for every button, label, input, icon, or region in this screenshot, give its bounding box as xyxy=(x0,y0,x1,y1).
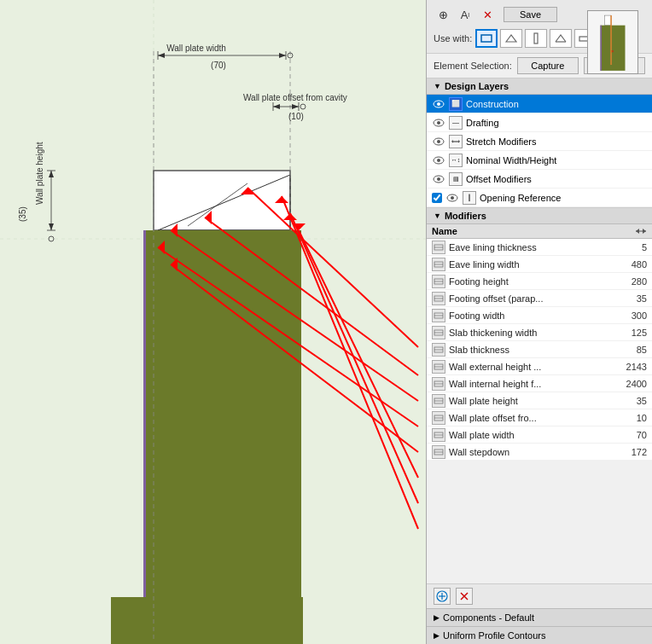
toolbar: ⊕ AI ✕ Save × xyxy=(427,0,652,54)
modifiers-column-headers: Name xyxy=(427,224,652,239)
svg-rect-54 xyxy=(601,26,602,71)
modifier-label-5: Slab thickening width xyxy=(449,328,608,338)
svg-marker-58 xyxy=(506,35,516,42)
modifier-value-0: 5 xyxy=(608,242,647,252)
components-default-label: Components - Default xyxy=(443,612,534,623)
use-with-column-icon[interactable] xyxy=(525,29,547,48)
layer-stretch[interactable]: ⟺ Stretch Modifiers xyxy=(427,132,652,151)
modifier-icon-7 xyxy=(432,360,445,374)
modifier-wall-plate-height[interactable]: Wall plate height 35 xyxy=(427,392,652,409)
layer-name-offset: Offset Modifiers xyxy=(466,174,647,184)
drafting-type-icon: — xyxy=(449,116,463,130)
modifier-value-6: 85 xyxy=(608,345,647,355)
modifier-footing-width[interactable]: Footing width 300 xyxy=(427,307,652,324)
modifier-label-4: Footing width xyxy=(449,310,608,321)
save-button[interactable]: Save xyxy=(504,7,557,22)
use-with-roof-icon[interactable] xyxy=(550,29,572,48)
modifier-value-2: 280 xyxy=(608,276,647,287)
svg-text:(70): (70) xyxy=(211,61,226,70)
modifier-label-3: Footing offset (parap... xyxy=(449,293,608,304)
modifier-footing-height[interactable]: Footing height 280 xyxy=(427,273,652,290)
svg-point-69 xyxy=(437,140,440,143)
use-with-angled-icon[interactable] xyxy=(500,29,522,48)
modifier-value-12: 172 xyxy=(608,447,647,457)
modifier-wall-plate-width[interactable]: Wall plate width 70 xyxy=(427,426,652,444)
layer-name-opening: Opening Reference xyxy=(480,193,647,203)
layer-offset[interactable]: ▤ Offset Modifiers xyxy=(427,170,652,189)
opening-checkbox[interactable] xyxy=(432,193,442,203)
modifier-wall-int-height[interactable]: Wall internal height f... 2400 xyxy=(427,375,652,392)
col-name-header: Name xyxy=(432,226,604,236)
eye-icon xyxy=(432,97,445,111)
layer-name-construction: Construction xyxy=(466,99,647,109)
layer-nominal[interactable]: ↔↕ Nominal Width/Height xyxy=(427,151,652,170)
add-modifier-button[interactable] xyxy=(434,588,451,605)
col-arrow-header xyxy=(604,226,647,236)
modifier-eave-lining-thickness[interactable]: Eave lining thickness 5 xyxy=(427,239,652,256)
svg-text:Wall plate width: Wall plate width xyxy=(166,44,226,53)
design-layers-header[interactable]: ▼ Design Layers xyxy=(427,78,652,95)
modifier-slab-thickening-width[interactable]: Slab thickening width 125 xyxy=(427,324,652,341)
modifiers-section-header[interactable]: ▼ Modifiers xyxy=(427,208,652,224)
use-with-label: Use with: xyxy=(434,33,472,44)
modifier-footing-offset[interactable]: Footing offset (parap... 35 xyxy=(427,290,652,307)
components-default-section[interactable]: ▶ Components - Default xyxy=(427,608,652,626)
modifier-value-9: 35 xyxy=(608,396,647,406)
modifier-label-2: Footing height xyxy=(449,276,608,287)
modifier-icon-8 xyxy=(432,377,445,391)
svg-text:Wall plate height: Wall plate height xyxy=(35,142,44,205)
svg-text:(10): (10) xyxy=(288,112,304,121)
add-icon[interactable]: ⊕ xyxy=(434,5,452,24)
svg-point-71 xyxy=(437,159,440,162)
modifier-eave-lining-width[interactable]: Eave lining width 480 xyxy=(427,256,652,273)
stretch-type-icon: ⟺ xyxy=(449,135,463,148)
modifier-icon-9 xyxy=(432,394,445,408)
delete-modifier-button[interactable] xyxy=(456,588,473,605)
close-icon[interactable]: ✕ xyxy=(478,5,497,24)
modifier-wall-stepdown[interactable]: Wall stepdown 172 xyxy=(427,444,652,461)
svg-rect-57 xyxy=(481,35,492,42)
svg-rect-52 xyxy=(604,15,611,26)
modifiers-label: Modifiers xyxy=(445,211,486,221)
modifier-icon-4 xyxy=(432,309,445,322)
svg-rect-7 xyxy=(143,230,146,640)
modifier-value-3: 35 xyxy=(608,293,647,304)
modifiers-list[interactable]: Eave lining thickness 5 Eave lining widt… xyxy=(427,239,652,583)
modifier-label-8: Wall internal height f... xyxy=(449,379,608,389)
svg-point-65 xyxy=(437,102,440,106)
modifier-value-5: 125 xyxy=(608,328,647,338)
modifier-label-1: Eave lining width xyxy=(449,259,608,270)
capture-button[interactable]: Capture xyxy=(517,57,579,74)
modifier-value-8: 2400 xyxy=(608,379,647,389)
layer-opening[interactable]: ║ Opening Reference xyxy=(427,189,652,207)
modifier-icon-5 xyxy=(432,326,445,339)
modifier-slab-thickness[interactable]: Slab thickness 85 xyxy=(427,341,652,358)
right-panel: ⊕ AI ✕ Save × xyxy=(426,0,652,644)
opening-type-icon: ║ xyxy=(463,191,476,205)
modifiers-collapse-arrow: ▼ xyxy=(434,212,441,220)
modifier-label-12: Wall stepdown xyxy=(449,447,608,457)
modifier-value-11: 70 xyxy=(608,430,647,440)
cad-drawing-area[interactable]: Wall plate width (70) Wall plate offset … xyxy=(0,0,426,644)
svg-point-75 xyxy=(451,196,454,200)
eye-icon-nominal xyxy=(432,154,445,167)
svg-text:(35): (35) xyxy=(18,206,27,222)
uniform-profile-contours-section[interactable]: ▶ Uniform Profile Contours xyxy=(427,626,652,644)
modifier-label-0: Eave lining thickness xyxy=(449,242,608,252)
layers-list: ⬜ Construction — Drafting ⟺ xyxy=(427,95,652,208)
text-icon[interactable]: AI xyxy=(456,5,474,24)
layer-drafting[interactable]: — Drafting xyxy=(427,113,652,132)
svg-marker-78 xyxy=(636,229,639,234)
modifier-value-7: 2143 xyxy=(608,362,647,372)
modifier-icon xyxy=(432,241,445,254)
layer-construction[interactable]: ⬜ Construction xyxy=(427,95,652,113)
modifier-wall-plate-offset[interactable]: Wall plate offset fro... 10 xyxy=(427,409,652,426)
modifier-label-6: Slab thickness xyxy=(449,345,608,355)
modifier-value-4: 300 xyxy=(608,310,647,321)
modifier-icon-3 xyxy=(432,292,445,305)
svg-text:Wall plate offset from cavity: Wall plate offset from cavity xyxy=(243,93,347,102)
use-with-wall-icon[interactable] xyxy=(475,29,498,48)
element-selection-label: Element Selection: xyxy=(434,61,512,71)
modifier-wall-ext-height[interactable]: Wall external height ... 2143 xyxy=(427,358,652,375)
layer-name-stretch: Stretch Modifiers xyxy=(466,136,647,147)
